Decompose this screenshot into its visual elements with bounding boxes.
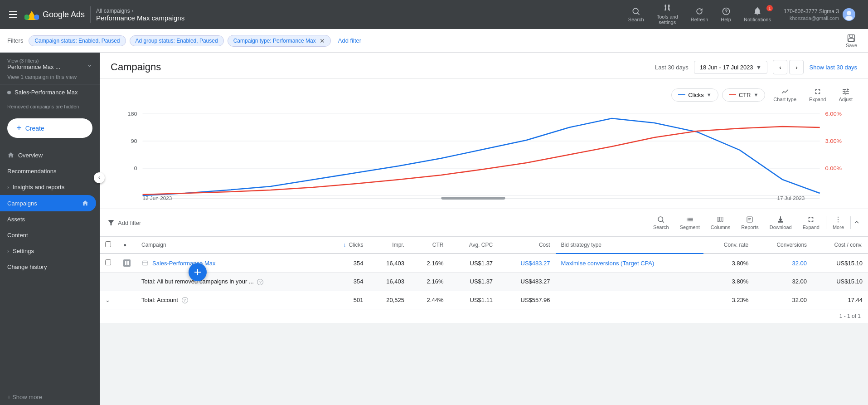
help-nav-label: Help (721, 17, 731, 22)
filter-chip-close-icon[interactable]: ✕ (320, 37, 325, 44)
view-filters[interactable]: View (3 filters) Performance Max ... ⌄ (0, 53, 100, 72)
fab-add-button[interactable] (189, 263, 207, 281)
sidebar-item-settings[interactable]: › Settings (0, 243, 100, 259)
svg-point-34 (838, 219, 839, 220)
chart-expand-button[interactable]: Expand (805, 86, 830, 104)
search-nav-action[interactable]: Search (623, 4, 650, 25)
th-conversions[interactable]: Conversions (754, 237, 812, 254)
filter-chip-adgroup-status[interactable]: Ad group status: Enabled, Paused (130, 35, 224, 46)
sidebar-item-campaigns[interactable]: Campaigns (0, 195, 96, 211)
help-nav-action[interactable]: ? Help (715, 4, 737, 25)
th-avg-cpc[interactable]: Avg. CPC (449, 237, 498, 254)
all-campaigns-link[interactable]: All campaigns › (96, 8, 184, 14)
table-expand-button[interactable]: Expand (798, 214, 824, 232)
sidebar-item-content[interactable]: Content (0, 227, 100, 243)
account-info[interactable]: 170-606-3777 Sigma 3 khonzada@gmail.com (778, 5, 861, 24)
chart-expand-icon (814, 88, 822, 96)
collapse-table-icon (853, 218, 861, 226)
sidebar-item-assets[interactable]: Assets (0, 211, 100, 227)
th-conv-rate[interactable]: Conv. rate (703, 237, 754, 254)
campaigns-title: Campaigns (111, 61, 161, 73)
th-impr[interactable]: Impr. (369, 237, 410, 254)
hamburger-menu[interactable] (7, 10, 19, 20)
clicks-dropdown-icon: ▼ (707, 92, 712, 98)
tools-nav-label: Tools andsettings (657, 14, 678, 25)
svg-text:180: 180 (127, 111, 137, 117)
create-button[interactable]: + Create (7, 118, 92, 138)
campaign-image-icon (141, 259, 149, 267)
account-avatar[interactable] (843, 8, 855, 21)
columns-icon (716, 215, 724, 224)
add-filter-button[interactable]: Add filter (335, 35, 365, 46)
chart-adjust-button[interactable]: Adjust (834, 86, 857, 104)
sidebar-item-recommendations-label: Recommendations (7, 168, 56, 175)
th-campaign[interactable]: Campaign (136, 237, 325, 254)
conversions-link[interactable]: 32.00 (792, 260, 807, 267)
cost-link[interactable]: US$483.27 (521, 260, 550, 267)
view-filters-chevron-icon: ⌄ (87, 60, 92, 68)
date-prev-button[interactable]: ‹ (773, 60, 787, 74)
row-checkbox[interactable] (105, 259, 111, 265)
ctr-metric-button[interactable]: CTR ▼ (722, 88, 766, 102)
show-last-button[interactable]: Show last 30 days (809, 64, 857, 71)
bid-strategy-link[interactable]: Maximise conversions (Target CPA) (561, 260, 655, 267)
refresh-nav-action[interactable]: Refresh (685, 4, 714, 25)
th-cost-conv[interactable]: Cost / conv. (812, 237, 868, 254)
notifications-nav-action[interactable]: 1 Notifications (738, 4, 776, 25)
table-scroll-container: ● Campaign ↓ Clicks (100, 237, 868, 309)
sidebar-item-insights[interactable]: › Insights and reports (0, 179, 100, 195)
svg-point-3 (633, 8, 639, 14)
th-bid-strategy[interactable]: Bid strategy type (556, 237, 703, 254)
clicks-metric-button[interactable]: Clicks ▼ (671, 88, 718, 102)
sidebar-campaign-item[interactable]: Sales-Performance Max (0, 84, 100, 100)
svg-point-27 (658, 217, 663, 222)
table-search-button[interactable]: Search (649, 214, 674, 232)
filter-chip-campaign-type[interactable]: Campaign type: Performance Max ✕ (228, 35, 331, 47)
clicks-metric-label: Clicks (688, 92, 704, 98)
nav-right: Search Tools andsettings Refresh ? Help … (623, 1, 861, 28)
sidebar-item-recommendations[interactable]: Recommendations (0, 163, 100, 179)
svg-text:?: ? (724, 9, 727, 14)
table-more-button[interactable]: More (828, 214, 849, 232)
logo-text: Google Ads (43, 10, 85, 20)
date-next-button[interactable]: › (789, 60, 804, 74)
total-row-info-icon[interactable]: ? (257, 279, 263, 285)
account-row-info-icon[interactable]: ? (182, 297, 188, 303)
account-total-row: ⌄ Total: Account ? 501 20,525 2.44% US$1… (100, 291, 868, 309)
collapse-table-button[interactable] (853, 218, 861, 228)
campaign-name-link[interactable]: Sales-Performance Max (152, 260, 215, 267)
select-all-checkbox[interactable] (105, 241, 111, 247)
table-segment-button[interactable]: Segment (675, 214, 704, 232)
table-filter-button[interactable]: Add filter (107, 219, 141, 227)
th-cost[interactable]: Cost (498, 237, 556, 254)
table-toolbar: Add filter Search Segment Columns Repor (100, 209, 868, 237)
table-search-label: Search (653, 224, 669, 230)
total-row-label-cell: Total: All but removed campaigns in your… (136, 273, 325, 291)
status-dot-icon: ● (123, 242, 126, 248)
show-more-button[interactable]: + Show more (0, 389, 100, 405)
pagination: 1 - 1 of 1 (100, 309, 868, 323)
table-reports-button[interactable]: Reports (737, 214, 763, 232)
chart-type-button[interactable]: Chart type (769, 86, 801, 104)
save-button[interactable]: Save (842, 32, 861, 50)
date-picker[interactable]: 18 Jun - 17 Jul 2023 ▼ (694, 61, 768, 74)
row-campaign-name-cell: Sales-Performance Max (136, 254, 325, 273)
table-add-filter-label: Add filter (118, 220, 141, 226)
table-download-button[interactable]: Download (765, 214, 796, 232)
tools-nav-action[interactable]: Tools andsettings (651, 1, 684, 28)
table-columns-button[interactable]: Columns (706, 214, 735, 232)
expand-row-button[interactable]: ⌄ (105, 297, 110, 303)
pagination-info: 1 - 1 of 1 (839, 313, 861, 319)
sort-down-icon: ↓ (343, 242, 346, 248)
current-campaign-name: Performance Max campaigns (96, 14, 184, 22)
filter-chip-campaign-status[interactable]: Campaign status: Enabled, Paused (29, 35, 126, 46)
th-clicks[interactable]: ↓ Clicks (325, 237, 369, 254)
collapse-sidebar-button[interactable] (94, 172, 105, 183)
account-row-label-cell: Total: Account ? (136, 291, 325, 309)
th-ctr[interactable]: CTR (410, 237, 449, 254)
account-row-conversions: 32.00 (754, 291, 812, 309)
ctr-metric-label: CTR (739, 92, 751, 98)
toolbar-separator (826, 216, 826, 229)
sidebar-item-overview[interactable]: Overview (0, 147, 100, 163)
sidebar-item-change-history[interactable]: Change history (0, 259, 100, 275)
